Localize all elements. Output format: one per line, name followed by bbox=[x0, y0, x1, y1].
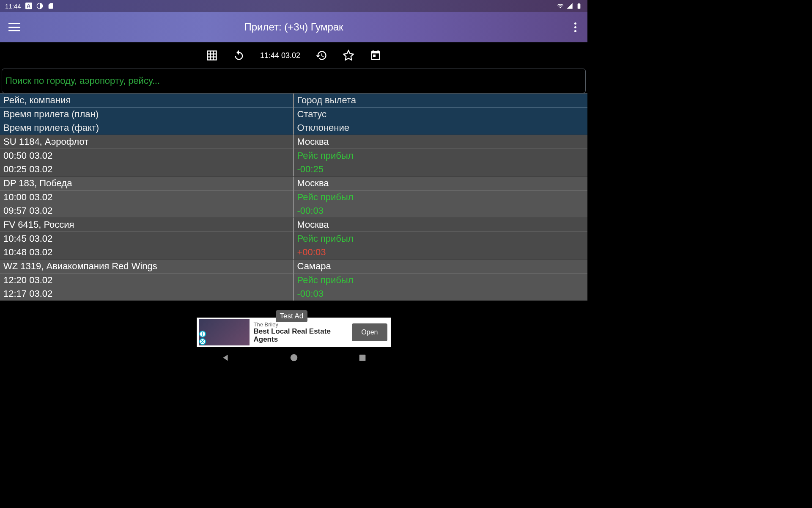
contrast-icon bbox=[36, 3, 43, 9]
header-status: Статус bbox=[294, 107, 588, 121]
flight-deviation: -00:03 bbox=[294, 287, 588, 301]
flight-time-plan: 10:00 03.02 bbox=[0, 190, 293, 204]
flight-city: Москва bbox=[294, 177, 588, 190]
page-title: Прилет: (+3ч) Гумрак bbox=[244, 21, 343, 33]
ad-info-icon[interactable]: i bbox=[199, 331, 206, 337]
svg-marker-6 bbox=[343, 50, 353, 60]
ad-banner[interactable]: Test Ad i ✕ The Briley Best Local Real E… bbox=[197, 318, 391, 347]
flight-status: Рейс прибыл bbox=[294, 273, 588, 287]
ad-subtitle: The Briley bbox=[254, 321, 350, 328]
flight-row[interactable]: FV 6415, Россия Москва 10:45 03.02 10:48… bbox=[0, 218, 587, 259]
test-ad-label: Test Ad bbox=[276, 310, 308, 322]
flight-time-fact: 12:17 03.02 bbox=[0, 287, 293, 301]
ad-close-icon[interactable]: ✕ bbox=[199, 338, 206, 345]
svg-point-7 bbox=[290, 354, 297, 362]
header-time-fact: Время прилета (факт) bbox=[0, 121, 293, 135]
status-time: 11:44 bbox=[5, 3, 21, 10]
flight-city: Москва bbox=[294, 135, 588, 149]
flight-time-plan: 12:20 03.02 bbox=[0, 273, 293, 287]
flight-label: FV 6415, Россия bbox=[0, 218, 293, 232]
flight-label: WZ 1319, Авиакомпания Red Wings bbox=[0, 260, 293, 273]
overflow-menu-button[interactable] bbox=[574, 22, 576, 32]
grid-button[interactable] bbox=[206, 50, 218, 61]
notification-icon-a: A bbox=[25, 3, 32, 9]
flight-time-fact: 00:25 03.02 bbox=[0, 163, 293, 176]
svg-rect-8 bbox=[359, 355, 365, 361]
flight-row[interactable]: WZ 1319, Авиакомпания Red Wings Самара 1… bbox=[0, 259, 587, 301]
flight-status: Рейс прибыл bbox=[294, 190, 588, 204]
history-button[interactable] bbox=[315, 50, 327, 61]
flight-city: Москва bbox=[294, 218, 588, 232]
flight-row[interactable]: SU 1184, Аэрофлот Москва 00:50 03.02 00:… bbox=[0, 135, 587, 176]
header-deviation: Отклонение bbox=[294, 121, 588, 135]
header-city: Город вылета bbox=[294, 94, 588, 107]
flight-time-fact: 10:48 03.02 bbox=[0, 246, 293, 259]
ad-title: Best Local Real Estate Agents bbox=[254, 328, 350, 343]
table-header: Рейс, компания Время прилета (план) Врем… bbox=[0, 93, 587, 135]
recent-apps-button[interactable] bbox=[358, 353, 367, 364]
header-flight: Рейс, компания bbox=[0, 94, 293, 107]
flight-time-fact: 09:57 03.02 bbox=[0, 204, 293, 218]
ad-open-button[interactable]: Open bbox=[352, 323, 387, 341]
toolbar-datetime: 11:44 03.02 bbox=[260, 51, 300, 60]
flight-row[interactable]: DP 183, Победа Москва 10:00 03.02 09:57 … bbox=[0, 176, 587, 218]
flight-deviation: -00:25 bbox=[294, 163, 588, 176]
flight-city: Самара bbox=[294, 260, 588, 273]
status-bar: 11:44 A bbox=[0, 0, 587, 12]
flight-deviation: +00:03 bbox=[294, 246, 588, 259]
wifi-icon bbox=[557, 3, 564, 9]
calendar-button[interactable] bbox=[370, 50, 381, 61]
search-input[interactable]: Поиск по городу, аэропорту, рейсу... bbox=[2, 69, 586, 93]
battery-icon bbox=[576, 3, 582, 9]
refresh-button[interactable] bbox=[233, 50, 245, 61]
search-placeholder: Поиск по городу, аэропорту, рейсу... bbox=[5, 75, 160, 86]
flight-time-plan: 00:50 03.02 bbox=[0, 149, 293, 163]
sd-card-icon bbox=[47, 3, 54, 9]
back-button[interactable] bbox=[221, 353, 230, 364]
menu-button[interactable] bbox=[8, 23, 20, 31]
favorite-button[interactable] bbox=[343, 50, 354, 61]
system-nav-bar bbox=[0, 350, 587, 367]
flight-label: DP 183, Победа bbox=[0, 177, 293, 190]
app-bar: Прилет: (+3ч) Гумрак bbox=[0, 12, 587, 42]
header-time-plan: Время прилета (план) bbox=[0, 107, 293, 121]
ad-image: i ✕ bbox=[199, 319, 250, 345]
flight-status: Рейс прибыл bbox=[294, 149, 588, 163]
flight-status: Рейс прибыл bbox=[294, 232, 588, 246]
home-button[interactable] bbox=[289, 353, 299, 364]
flight-label: SU 1184, Аэрофлот bbox=[0, 135, 293, 149]
toolbar: 11:44 03.02 bbox=[0, 42, 587, 69]
svg-rect-1 bbox=[207, 51, 216, 60]
flight-time-plan: 10:45 03.02 bbox=[0, 232, 293, 246]
signal-icon bbox=[566, 3, 573, 9]
flight-deviation: -00:03 bbox=[294, 204, 588, 218]
